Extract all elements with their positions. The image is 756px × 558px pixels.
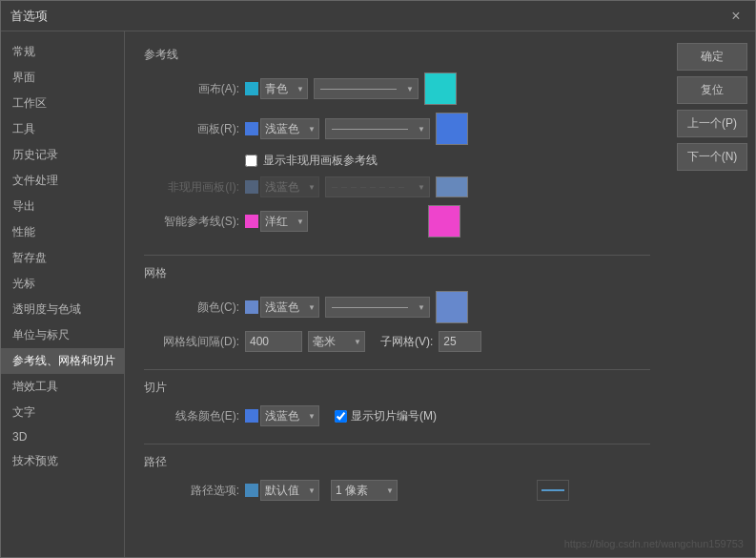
path-options-select-wrapper[interactable]: 默认值 bbox=[260, 480, 319, 501]
grid-color-swatch[interactable] bbox=[436, 291, 468, 323]
slice-color-icon bbox=[245, 409, 258, 423]
nonprint-line-style bbox=[325, 176, 430, 197]
sidebar-item-units[interactable]: 单位与标尺 bbox=[1, 322, 124, 348]
sidebar-item-history[interactable]: 历史记录 bbox=[1, 142, 124, 168]
watermark: https://blog.csdn.net/wangchun159753 bbox=[564, 538, 744, 549]
board-color-select-wrapper[interactable]: 浅蓝色 bbox=[260, 118, 319, 139]
board-solid-line bbox=[332, 129, 408, 130]
canvas-color-select-wrapper[interactable]: 青色 bbox=[260, 78, 308, 99]
canvas-row: 画布(A): 青色 bbox=[144, 72, 650, 105]
reset-button[interactable]: 复位 bbox=[677, 76, 747, 104]
sidebar-item-guides[interactable]: 参考线、网格和切片 bbox=[1, 348, 124, 374]
board-color-select[interactable]: 浅蓝色 bbox=[260, 118, 319, 139]
slice-section-title: 切片 bbox=[144, 380, 650, 396]
path-options-select[interactable]: 默认值 bbox=[260, 480, 319, 501]
nonprint-color-swatch bbox=[436, 176, 468, 197]
sidebar-item-transparency[interactable]: 透明度与色域 bbox=[1, 297, 124, 322]
subgrid-label: 子网格(V): bbox=[380, 334, 433, 350]
slice-color-select-wrapper[interactable]: 浅蓝色 bbox=[260, 405, 319, 426]
path-color-swatch[interactable] bbox=[537, 480, 569, 501]
smart-color-icon bbox=[245, 215, 258, 228]
grid-interval-row: 网格线间隔(D): 毫米 子网格(V): bbox=[144, 331, 650, 352]
smart-color-select[interactable]: 洋红 bbox=[260, 211, 308, 232]
grid-unit-select[interactable]: 毫米 bbox=[308, 331, 365, 352]
title-bar: 首选项 × bbox=[1, 1, 755, 31]
grid-color-row: 颜色(C): 浅蓝色 bbox=[144, 291, 650, 323]
sidebar-item-export[interactable]: 导出 bbox=[1, 194, 124, 219]
show-slice-numbers-label[interactable]: 显示切片编号(M) bbox=[351, 408, 437, 424]
path-line-icon bbox=[541, 489, 564, 491]
grid-unit-select-wrapper[interactable]: 毫米 bbox=[308, 331, 365, 352]
dialog-title: 首选项 bbox=[10, 8, 48, 25]
preferences-dialog: 首选项 × 常规 界面 工作区 工具 历史记录 文件处理 导出 性能 暂存盘 光… bbox=[0, 0, 756, 558]
sidebar-item-preview[interactable]: 技术预览 bbox=[1, 448, 124, 474]
nonprint-color-icon bbox=[245, 180, 258, 194]
grid-color-select[interactable]: 浅蓝色 bbox=[260, 297, 319, 318]
board-color-swatch[interactable] bbox=[436, 113, 468, 145]
path-options-label: 路径选项: bbox=[144, 483, 239, 499]
smart-color-select-wrapper[interactable]: 洋红 bbox=[260, 211, 308, 232]
grid-section-title: 网格 bbox=[144, 265, 650, 281]
grid-line-style[interactable] bbox=[325, 297, 430, 318]
sidebar-item-cursor[interactable]: 光标 bbox=[1, 271, 124, 297]
sidebar-item-interface[interactable]: 界面 bbox=[1, 65, 124, 91]
solid-line-icon bbox=[320, 89, 397, 90]
canvas-line-style[interactable] bbox=[314, 78, 419, 99]
sidebar-item-plugins[interactable]: 增效工具 bbox=[1, 374, 124, 400]
grid-section: 网格 颜色(C): 浅蓝色 bbox=[144, 265, 650, 352]
guide-section: 参考线 画布(A): 青色 bbox=[144, 47, 650, 238]
subgrid-input[interactable] bbox=[439, 331, 481, 352]
path-section-title: 路径 bbox=[144, 454, 650, 470]
sidebar-item-scratch[interactable]: 暂存盘 bbox=[1, 245, 124, 271]
dialog-body: 常规 界面 工作区 工具 历史记录 文件处理 导出 性能 暂存盘 光标 透明度与… bbox=[1, 31, 755, 557]
show-nonprint-checkbox[interactable] bbox=[245, 155, 257, 167]
show-slice-numbers-checkbox[interactable] bbox=[335, 410, 347, 423]
path-options-row: 路径选项: 默认值 1 像素 bbox=[144, 480, 650, 501]
sidebar-item-general[interactable]: 常规 bbox=[1, 39, 124, 65]
separator-1 bbox=[144, 255, 650, 256]
sidebar-item-type[interactable]: 文字 bbox=[1, 400, 124, 425]
sidebar-item-3d[interactable]: 3D bbox=[1, 425, 124, 448]
canvas-label: 画布(A): bbox=[144, 81, 239, 97]
slice-section: 切片 线条颜色(E): 浅蓝色 显示切片编号(M) bbox=[144, 380, 650, 426]
nonprint-label: 非现用画板(I): bbox=[144, 179, 239, 196]
sidebar-item-file[interactable]: 文件处理 bbox=[1, 168, 124, 194]
close-button[interactable]: × bbox=[726, 7, 746, 26]
smart-color-swatch[interactable] bbox=[428, 205, 460, 238]
separator-2 bbox=[144, 369, 650, 370]
slice-color-row: 线条颜色(E): 浅蓝色 显示切片编号(M) bbox=[144, 405, 650, 426]
grid-color-label: 颜色(C): bbox=[144, 300, 239, 316]
grid-color-select-wrapper[interactable]: 浅蓝色 bbox=[260, 297, 319, 318]
grid-interval-label: 网格线间隔(D): bbox=[144, 334, 239, 350]
grid-interval-input[interactable] bbox=[245, 331, 302, 352]
separator-3 bbox=[144, 444, 650, 444]
main-content: 参考线 画布(A): 青色 bbox=[125, 31, 669, 557]
canvas-color-swatch[interactable] bbox=[424, 72, 457, 105]
path-size-select[interactable]: 1 像素 bbox=[331, 480, 398, 501]
next-button[interactable]: 下一个(N) bbox=[677, 143, 747, 171]
board-label: 画板(R): bbox=[144, 121, 239, 137]
guide-section-title: 参考线 bbox=[144, 47, 650, 63]
show-nonprint-row: 显示非现用画板参考线 bbox=[245, 153, 650, 169]
canvas-color-select[interactable]: 青色 bbox=[260, 78, 308, 99]
path-color-icon bbox=[245, 484, 258, 497]
path-size-select-wrapper[interactable]: 1 像素 bbox=[331, 480, 398, 501]
sidebar: 常规 界面 工作区 工具 历史记录 文件处理 导出 性能 暂存盘 光标 透明度与… bbox=[1, 31, 125, 557]
board-row: 画板(R): 浅蓝色 bbox=[144, 113, 650, 145]
dashed-line-icon bbox=[332, 187, 408, 188]
sidebar-item-performance[interactable]: 性能 bbox=[1, 219, 124, 245]
nonprint-row: 非现用画板(I): 浅蓝色 bbox=[144, 176, 650, 197]
smart-guide-label: 智能参考线(S): bbox=[144, 214, 239, 230]
sidebar-item-workspace[interactable]: 工作区 bbox=[1, 91, 124, 116]
path-section: 路径 路径选项: 默认值 1 像素 bbox=[144, 454, 650, 501]
canvas-color-icon bbox=[245, 82, 258, 95]
slice-color-select[interactable]: 浅蓝色 bbox=[260, 405, 319, 426]
confirm-button[interactable]: 确定 bbox=[677, 43, 747, 71]
sidebar-item-tools[interactable]: 工具 bbox=[1, 116, 124, 142]
smart-guide-row: 智能参考线(S): 洋红 bbox=[144, 205, 650, 238]
slice-color-label: 线条颜色(E): bbox=[144, 408, 239, 424]
prev-button[interactable]: 上一个(P) bbox=[677, 110, 747, 137]
show-nonprint-label[interactable]: 显示非现用画板参考线 bbox=[263, 153, 378, 169]
board-line-style[interactable] bbox=[325, 118, 430, 139]
nonprint-color-select: 浅蓝色 bbox=[260, 176, 319, 197]
